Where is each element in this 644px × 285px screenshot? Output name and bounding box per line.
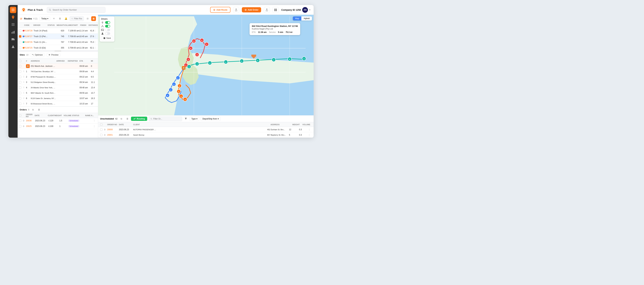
delete-orders-button[interactable]: 🗑	[36, 107, 41, 112]
preview-button[interactable]: 👁 Preview	[46, 53, 61, 57]
orders-select-all[interactable]	[19, 114, 21, 117]
site-checkbox[interactable]	[19, 76, 21, 78]
site-checkbox[interactable]	[19, 70, 21, 73]
route-row[interactable]: R138725 Truck 10 (Ed) 355 3.7 09:00 am 1…	[18, 45, 98, 51]
site-row[interactable]: ⠿ 1 743 East Ave. Brooklyn, NY 11214 09:…	[18, 69, 98, 74]
route-code[interactable]: R138727	[24, 35, 34, 38]
map-type-hybrid[interactable]: Hybrid	[301, 17, 312, 21]
unsch-num[interactable]: 20001	[107, 134, 119, 136]
route-checkbox[interactable]	[19, 30, 21, 32]
sites-select-all[interactable]	[19, 60, 21, 62]
route-checkbox[interactable]	[19, 47, 21, 49]
add-order-button[interactable]: ⊕ Add Order	[242, 7, 261, 13]
unsch-select-all[interactable]	[100, 123, 102, 126]
route-row[interactable]: R138728 Truck 14 (Paul) 620 7.1 09:00 am…	[18, 28, 98, 34]
site-checkbox[interactable]	[19, 103, 21, 105]
route-checkbox[interactable]: ✓	[19, 35, 21, 38]
unscheduled-filter-input[interactable]	[153, 118, 180, 120]
order-row[interactable]: D 20036 2023.06.23 Centpret Properties (…	[18, 118, 98, 124]
filter-routes-input[interactable]	[74, 18, 82, 20]
today-button[interactable]: Today ▾	[40, 17, 50, 21]
toggle-3[interactable]	[105, 29, 110, 31]
site-row[interactable]: ⠿ 3 512 Bridgeton Street Brooklyn, NY 11…	[18, 80, 98, 85]
unsch-filter-btn[interactable]	[184, 117, 188, 121]
route-row[interactable]: ✓ R138727 Truck 13 (Peter) 745 7.7 09:00…	[18, 34, 98, 39]
drag-handle[interactable]: ⠿	[23, 86, 26, 89]
route-more-btn[interactable]: ⋮	[94, 47, 96, 49]
site-row[interactable]: ⠿ 2 8748 Pheasant Dr. Brooklyn, NY 11236…	[18, 74, 98, 80]
sidebar-icon-list[interactable]	[10, 22, 16, 28]
route-code[interactable]: R138728	[24, 30, 34, 32]
header-search-box[interactable]	[47, 7, 106, 13]
filter-routes-box[interactable]	[70, 16, 84, 21]
sidebar-icon-chart[interactable]	[10, 29, 16, 35]
delete-unscheduled-button[interactable]: 🗑	[125, 117, 130, 121]
unsch-more-btn[interactable]: ⋮	[308, 128, 312, 131]
drag-handle[interactable]: ⠿	[23, 76, 26, 78]
unsch-checkbox[interactable]	[100, 128, 102, 131]
upload-order-button[interactable]	[264, 7, 270, 13]
save-map-button[interactable]: Save	[101, 36, 113, 40]
site-row[interactable]: ⠿ 4 34 Atlantic Drive New York, NY 10023…	[18, 85, 98, 90]
routing-button[interactable]: Routing	[131, 117, 147, 121]
toggle-1[interactable]	[105, 21, 110, 24]
unsch-checkbox[interactable]	[100, 134, 102, 136]
map-type-map[interactable]: Map	[293, 17, 301, 21]
unscheduled-row[interactable]: D 20000 2023.06.23 AUTOPAX PASSENGER ...…	[98, 127, 314, 132]
optimize-button[interactable]: Optimize	[30, 53, 45, 57]
depot-dropdown[interactable]: Depot/Ship from ▾	[200, 117, 220, 121]
unsch-num[interactable]: 20000	[107, 128, 119, 131]
toggle-2[interactable]	[105, 25, 110, 28]
order-row[interactable]: D 20025 2023.06.23 Elkam (Pty)Ltd 100 1 …	[18, 124, 98, 129]
order-more-btn[interactable]: ⋮	[93, 125, 96, 127]
header-search-input[interactable]	[52, 9, 103, 11]
grid-view-button[interactable]	[272, 7, 278, 13]
drag-handle[interactable]: ⠿	[23, 70, 26, 73]
close-filter-button[interactable]: ✕	[52, 16, 56, 21]
site-checkbox[interactable]	[19, 97, 21, 100]
site-checkbox[interactable]	[19, 92, 21, 94]
order-checkbox[interactable]	[19, 125, 21, 127]
route-more-btn[interactable]: ⋮	[94, 41, 96, 43]
site-row[interactable]: ⠿ 6 9118 Gates Dr. Jamaica, NY 11435 10:…	[18, 96, 98, 101]
route-row[interactable]: R138726 Truck 11 (Andrew) 767 7.7 09:00 …	[18, 39, 98, 45]
site-row[interactable]: ⠿ 5 9837 Atlantic St. South Richmond Hil…	[18, 90, 98, 96]
site-row[interactable]: ⠿ 7 93 Briarwood Street Bronx, NY 10458 …	[18, 101, 98, 106]
unscheduled-row[interactable]: D 20001 2023.06.23 Sarah Murray 857 Bayb…	[98, 132, 314, 138]
route-more-btn[interactable]: ⋮	[94, 30, 96, 32]
upload-button[interactable]	[233, 7, 239, 13]
route-checkbox[interactable]	[19, 41, 21, 43]
route-code[interactable]: R138726	[24, 41, 34, 43]
sidebar-icon-truck[interactable]	[10, 36, 16, 43]
add-route-button[interactable]: ⊕ Add Route	[210, 7, 230, 13]
type-dropdown[interactable]: Type ▾	[190, 117, 199, 121]
dropdown-chevron-icon[interactable]: ▾	[309, 9, 310, 11]
drag-handle[interactable]: ⠿	[23, 103, 26, 105]
drag-handle[interactable]: ⠿	[23, 92, 26, 94]
view-toggle-button[interactable]: ▦	[91, 16, 96, 21]
sidebar-icon-logo[interactable]	[10, 14, 16, 21]
filter-icon-button[interactable]: ⊟	[85, 16, 90, 21]
drag-handle[interactable]: ⠿	[23, 81, 26, 83]
drag-handle[interactable]: ⠿	[23, 97, 26, 100]
copy-orders-button[interactable]: ⧉	[30, 107, 35, 112]
site-checkbox[interactable]	[19, 81, 21, 83]
route-more-btn[interactable]: ⋮	[94, 35, 96, 38]
order-num[interactable]: 20025	[26, 125, 35, 127]
unsch-more-btn[interactable]: ⋮	[308, 134, 312, 136]
notify-button[interactable]: 🔔	[64, 16, 68, 21]
sidebar-icon-user[interactable]	[10, 44, 16, 50]
depot-checkbox[interactable]	[19, 65, 21, 67]
order-checkbox[interactable]	[19, 120, 21, 122]
order-num[interactable]: 20036	[26, 120, 35, 122]
site-checkbox[interactable]	[19, 86, 21, 89]
resize-handle[interactable]	[18, 51, 98, 51]
route-code[interactable]: R138725	[24, 47, 34, 49]
user-avatar[interactable]: AN	[302, 7, 308, 13]
sidebar-icon-menu[interactable]	[10, 7, 16, 13]
copy-unscheduled-button[interactable]: ⧉	[119, 117, 124, 121]
order-more-btn[interactable]: ⋮	[93, 120, 96, 122]
toggle-4[interactable]	[105, 32, 110, 35]
delete-routes-button[interactable]: 🗑	[58, 16, 62, 21]
unscheduled-filter-box[interactable]	[148, 117, 182, 121]
